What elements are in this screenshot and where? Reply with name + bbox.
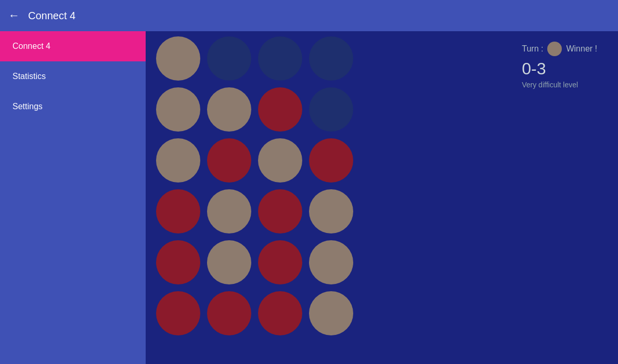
cell-3[interactable] [309,36,353,81]
sidebar-item-settings[interactable]: Settings [0,92,146,122]
cell-12[interactable] [156,189,200,233]
cell-1[interactable] [207,36,251,81]
sidebar-item-statistics[interactable]: Statistics [0,61,146,92]
cell-21[interactable] [207,291,251,335]
app-bar: ← Connect 4 [0,0,618,31]
turn-circle [547,42,562,56]
cell-7[interactable] [309,87,353,132]
cell-6[interactable] [258,87,302,132]
sidebar-item-connect4[interactable]: Connect 4 [0,31,146,61]
cell-4[interactable] [156,87,200,132]
cell-2[interactable] [258,36,302,81]
cell-9[interactable] [207,138,251,183]
cell-11[interactable] [309,138,353,183]
score-display: 0-3 [522,59,597,79]
back-icon[interactable]: ← [8,9,20,22]
cell-5[interactable] [207,87,251,132]
cell-14[interactable] [258,189,302,233]
cell-20[interactable] [156,291,200,335]
cell-19[interactable] [309,240,353,284]
turn-label: Turn : [522,44,543,54]
turn-line: Turn : Winner ! [522,42,597,56]
cell-17[interactable] [207,240,251,284]
cell-15[interactable] [309,189,353,233]
cell-23[interactable] [309,291,353,335]
cell-22[interactable] [258,291,302,335]
sidebar: Connect 4StatisticsSettings [0,31,146,364]
winner-label: Winner ! [566,44,597,54]
cell-8[interactable] [156,138,200,183]
cell-10[interactable] [258,138,302,183]
cell-16[interactable] [156,240,200,284]
difficulty-label: Very difficult level [522,81,597,89]
layout: Connect 4StatisticsSettings Turn : Winne… [0,0,618,364]
game-info: Turn : Winner ! 0-3 Very difficult level [522,42,597,89]
game-board [151,31,361,343]
game-main: Turn : Winner ! 0-3 Very difficult level [146,31,618,364]
app-title: Connect 4 [28,10,75,22]
cell-18[interactable] [258,240,302,284]
cell-0[interactable] [156,36,200,81]
cell-13[interactable] [207,189,251,233]
